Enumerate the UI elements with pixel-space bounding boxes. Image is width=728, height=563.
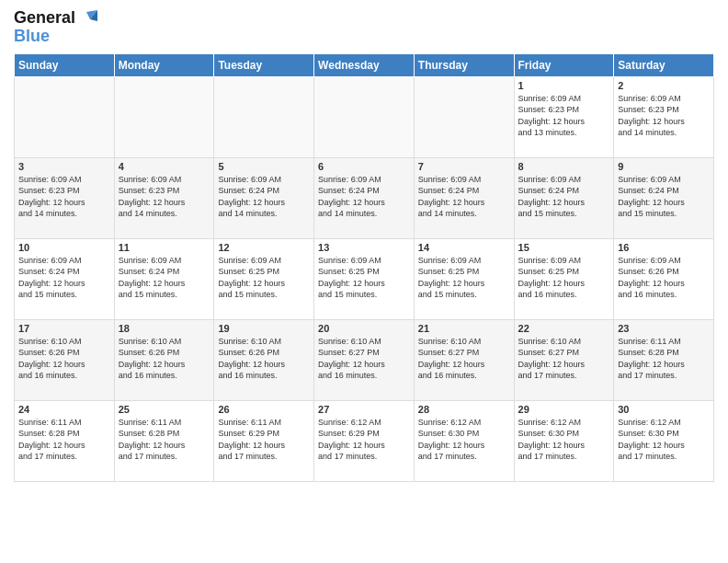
calendar-day-cell: 28Sunrise: 6:12 AM Sunset: 6:30 PM Dayli… — [414, 400, 514, 481]
day-info: Sunrise: 6:09 AM Sunset: 6:24 PM Dayligh… — [418, 174, 510, 220]
calendar-day-cell: 8Sunrise: 6:09 AM Sunset: 6:24 PM Daylig… — [514, 157, 614, 238]
weekday-header: Sunday — [15, 53, 115, 76]
calendar-header-row: SundayMondayTuesdayWednesdayThursdayFrid… — [15, 53, 714, 76]
weekday-header: Wednesday — [314, 53, 415, 76]
logo: General Blue — [14, 9, 97, 46]
day-info: Sunrise: 6:12 AM Sunset: 6:30 PM Dayligh… — [418, 417, 510, 463]
calendar-day-cell: 19Sunrise: 6:10 AM Sunset: 6:26 PM Dayli… — [214, 319, 314, 400]
calendar-day-cell: 24Sunrise: 6:11 AM Sunset: 6:28 PM Dayli… — [15, 400, 115, 481]
day-info: Sunrise: 6:10 AM Sunset: 6:26 PM Dayligh… — [18, 336, 110, 382]
day-info: Sunrise: 6:11 AM Sunset: 6:29 PM Dayligh… — [218, 417, 310, 463]
day-number: 30 — [618, 404, 710, 415]
calendar-day-cell: 25Sunrise: 6:11 AM Sunset: 6:28 PM Dayli… — [114, 400, 214, 481]
logo-bird-icon — [77, 10, 97, 27]
day-number: 2 — [618, 80, 710, 91]
day-info: Sunrise: 6:09 AM Sunset: 6:25 PM Dayligh… — [518, 255, 610, 301]
calendar-week-row: 17Sunrise: 6:10 AM Sunset: 6:26 PM Dayli… — [15, 319, 714, 400]
calendar-day-cell: 13Sunrise: 6:09 AM Sunset: 6:25 PM Dayli… — [314, 238, 415, 319]
day-info: Sunrise: 6:10 AM Sunset: 6:27 PM Dayligh… — [418, 336, 510, 382]
day-info: Sunrise: 6:09 AM Sunset: 6:23 PM Dayligh… — [518, 93, 610, 139]
day-info: Sunrise: 6:09 AM Sunset: 6:24 PM Dayligh… — [18, 255, 110, 301]
day-number: 29 — [518, 404, 610, 415]
calendar-day-cell: 22Sunrise: 6:10 AM Sunset: 6:27 PM Dayli… — [514, 319, 614, 400]
calendar-day-cell: 1Sunrise: 6:09 AM Sunset: 6:23 PM Daylig… — [514, 76, 614, 157]
day-number: 5 — [218, 161, 310, 172]
calendar-day-cell: 7Sunrise: 6:09 AM Sunset: 6:24 PM Daylig… — [414, 157, 514, 238]
day-number: 18 — [119, 323, 210, 334]
day-number: 11 — [119, 242, 210, 253]
day-info: Sunrise: 6:11 AM Sunset: 6:28 PM Dayligh… — [119, 417, 210, 463]
day-number: 21 — [418, 323, 510, 334]
page-header: General Blue — [14, 9, 714, 46]
day-info: Sunrise: 6:12 AM Sunset: 6:30 PM Dayligh… — [618, 417, 710, 463]
day-number: 1 — [518, 80, 610, 91]
weekday-header: Monday — [114, 53, 214, 76]
day-info: Sunrise: 6:09 AM Sunset: 6:24 PM Dayligh… — [119, 255, 210, 301]
calendar-day-cell: 12Sunrise: 6:09 AM Sunset: 6:25 PM Dayli… — [214, 238, 314, 319]
calendar-day-cell: 3Sunrise: 6:09 AM Sunset: 6:23 PM Daylig… — [15, 157, 115, 238]
day-info: Sunrise: 6:09 AM Sunset: 6:24 PM Dayligh… — [318, 174, 410, 220]
calendar-day-cell: 9Sunrise: 6:09 AM Sunset: 6:24 PM Daylig… — [614, 157, 714, 238]
day-number: 6 — [318, 161, 410, 172]
day-info: Sunrise: 6:09 AM Sunset: 6:26 PM Dayligh… — [618, 255, 710, 301]
calendar-day-cell: 27Sunrise: 6:12 AM Sunset: 6:29 PM Dayli… — [314, 400, 415, 481]
day-number: 24 — [18, 404, 110, 415]
calendar-day-cell: 16Sunrise: 6:09 AM Sunset: 6:26 PM Dayli… — [614, 238, 714, 319]
day-number: 16 — [618, 242, 710, 253]
calendar-day-cell: 10Sunrise: 6:09 AM Sunset: 6:24 PM Dayli… — [15, 238, 115, 319]
day-info: Sunrise: 6:11 AM Sunset: 6:28 PM Dayligh… — [618, 336, 710, 382]
calendar-week-row: 3Sunrise: 6:09 AM Sunset: 6:23 PM Daylig… — [15, 157, 714, 238]
day-info: Sunrise: 6:09 AM Sunset: 6:23 PM Dayligh… — [18, 174, 110, 220]
day-info: Sunrise: 6:10 AM Sunset: 6:26 PM Dayligh… — [119, 336, 210, 382]
day-number: 23 — [618, 323, 710, 334]
weekday-header: Friday — [514, 53, 614, 76]
calendar-day-cell: 18Sunrise: 6:10 AM Sunset: 6:26 PM Dayli… — [114, 319, 214, 400]
calendar-day-cell: 23Sunrise: 6:11 AM Sunset: 6:28 PM Dayli… — [614, 319, 714, 400]
logo-text-blue: Blue — [14, 28, 50, 46]
day-info: Sunrise: 6:09 AM Sunset: 6:24 PM Dayligh… — [218, 174, 310, 220]
day-number: 28 — [418, 404, 510, 415]
day-info: Sunrise: 6:10 AM Sunset: 6:27 PM Dayligh… — [518, 336, 610, 382]
weekday-header: Tuesday — [214, 53, 314, 76]
day-number: 19 — [218, 323, 310, 334]
day-number: 15 — [518, 242, 610, 253]
calendar-week-row: 24Sunrise: 6:11 AM Sunset: 6:28 PM Dayli… — [15, 400, 714, 481]
day-number: 27 — [318, 404, 410, 415]
day-number: 17 — [18, 323, 110, 334]
page-container: General Blue SundayMondayTuesdayWednesda… — [0, 0, 728, 563]
logo-text-general: General — [14, 9, 75, 28]
day-info: Sunrise: 6:11 AM Sunset: 6:28 PM Dayligh… — [18, 417, 110, 463]
day-number: 4 — [119, 161, 210, 172]
calendar-day-cell: 29Sunrise: 6:12 AM Sunset: 6:30 PM Dayli… — [514, 400, 614, 481]
calendar-day-cell: 11Sunrise: 6:09 AM Sunset: 6:24 PM Dayli… — [114, 238, 214, 319]
weekday-header: Thursday — [414, 53, 514, 76]
calendar-day-cell: 26Sunrise: 6:11 AM Sunset: 6:29 PM Dayli… — [214, 400, 314, 481]
calendar-day-cell: 17Sunrise: 6:10 AM Sunset: 6:26 PM Dayli… — [15, 319, 115, 400]
day-info: Sunrise: 6:12 AM Sunset: 6:29 PM Dayligh… — [318, 417, 410, 463]
day-info: Sunrise: 6:09 AM Sunset: 6:23 PM Dayligh… — [119, 174, 210, 220]
calendar-day-cell: 2Sunrise: 6:09 AM Sunset: 6:23 PM Daylig… — [614, 76, 714, 157]
day-number: 12 — [218, 242, 310, 253]
day-info: Sunrise: 6:09 AM Sunset: 6:25 PM Dayligh… — [318, 255, 410, 301]
day-number: 26 — [218, 404, 310, 415]
day-number: 22 — [518, 323, 610, 334]
calendar-day-cell: 4Sunrise: 6:09 AM Sunset: 6:23 PM Daylig… — [114, 157, 214, 238]
calendar-day-cell — [214, 76, 314, 157]
calendar-day-cell — [15, 76, 115, 157]
calendar-week-row: 1Sunrise: 6:09 AM Sunset: 6:23 PM Daylig… — [15, 76, 714, 157]
day-info: Sunrise: 6:09 AM Sunset: 6:24 PM Dayligh… — [518, 174, 610, 220]
day-info: Sunrise: 6:10 AM Sunset: 6:26 PM Dayligh… — [218, 336, 310, 382]
day-info: Sunrise: 6:09 AM Sunset: 6:24 PM Dayligh… — [618, 174, 710, 220]
day-number: 8 — [518, 161, 610, 172]
calendar-table: SundayMondayTuesdayWednesdayThursdayFrid… — [14, 53, 714, 482]
calendar-day-cell — [414, 76, 514, 157]
day-number: 14 — [418, 242, 510, 253]
calendar-day-cell: 15Sunrise: 6:09 AM Sunset: 6:25 PM Dayli… — [514, 238, 614, 319]
day-number: 20 — [318, 323, 410, 334]
day-info: Sunrise: 6:09 AM Sunset: 6:25 PM Dayligh… — [418, 255, 510, 301]
day-number: 7 — [418, 161, 510, 172]
calendar-day-cell — [114, 76, 214, 157]
day-number: 10 — [18, 242, 110, 253]
weekday-header: Saturday — [614, 53, 714, 76]
calendar-day-cell: 30Sunrise: 6:12 AM Sunset: 6:30 PM Dayli… — [614, 400, 714, 481]
